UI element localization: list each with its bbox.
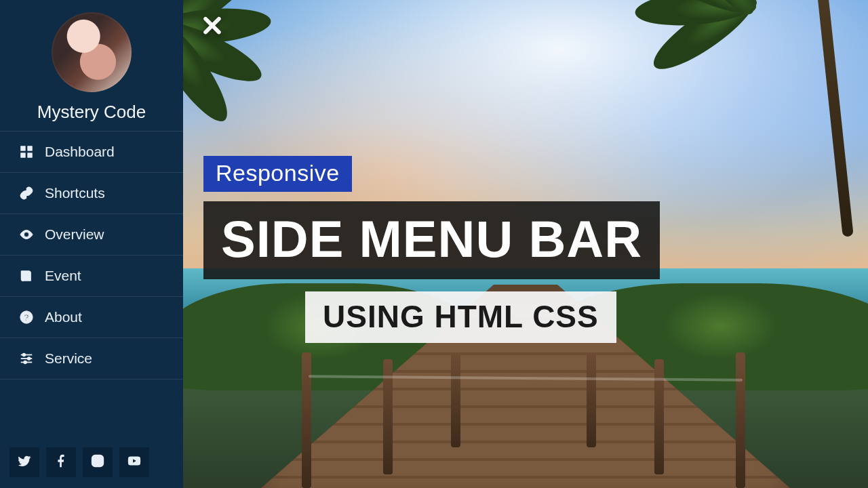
sidebar-item-label: Dashboard (45, 144, 115, 160)
sidebar-item-label: Shortcuts (45, 185, 105, 201)
svg-point-9 (23, 354, 26, 357)
profile-section: Mystery Code (0, 0, 183, 131)
question-icon: ? (19, 310, 34, 325)
link-icon (19, 186, 34, 201)
grid-icon (19, 144, 34, 159)
svg-rect-3 (28, 153, 32, 157)
svg-text:?: ? (24, 312, 29, 323)
social-instagram[interactable] (83, 447, 113, 477)
svg-point-14 (100, 457, 102, 458)
sidebar-item-service[interactable]: Service (0, 338, 183, 380)
hero-subtitle: USING HTML CSS (305, 291, 616, 343)
close-icon (201, 15, 224, 41)
sidebar-item-label: Overview (45, 226, 104, 243)
social-facebook[interactable] (46, 447, 76, 477)
social-youtube[interactable] (119, 447, 149, 477)
sliders-icon (19, 351, 34, 366)
sidebar-item-shortcuts[interactable]: Shortcuts (0, 172, 183, 214)
svg-rect-0 (21, 146, 25, 150)
hero-overlay: Responsive SIDE MENU BAR USING HTML CSS (203, 156, 848, 343)
svg-rect-2 (21, 153, 25, 157)
svg-point-13 (95, 458, 100, 463)
svg-point-11 (24, 361, 26, 364)
svg-point-10 (28, 357, 31, 360)
social-bar (0, 439, 183, 488)
book-icon (19, 268, 34, 283)
sidebar-item-about[interactable]: ? About (0, 296, 183, 338)
instagram-icon (90, 453, 105, 471)
facebook-icon (54, 453, 68, 471)
hero-badge: Responsive (203, 156, 352, 192)
eye-icon (19, 227, 34, 242)
svg-rect-1 (28, 146, 32, 150)
sidebar: Mystery Code Dashboard Shortcuts Overvie… (0, 0, 183, 488)
sidebar-item-dashboard[interactable]: Dashboard (0, 131, 183, 172)
close-button[interactable] (199, 15, 225, 41)
avatar (52, 12, 132, 92)
sidebar-item-label: Service (45, 350, 92, 367)
main-content: Responsive SIDE MENU BAR USING HTML CSS (183, 0, 868, 488)
youtube-icon (127, 453, 142, 471)
social-twitter[interactable] (9, 447, 39, 477)
hero-title: SIDE MENU BAR (203, 201, 660, 279)
sidebar-item-event[interactable]: Event (0, 255, 183, 296)
nav: Dashboard Shortcuts Overview Event ? Abo… (0, 131, 183, 439)
sidebar-item-overview[interactable]: Overview (0, 214, 183, 255)
sidebar-item-label: Event (45, 268, 81, 284)
sidebar-item-label: About (45, 309, 82, 325)
twitter-icon (17, 453, 32, 471)
username: Mystery Code (0, 102, 183, 123)
